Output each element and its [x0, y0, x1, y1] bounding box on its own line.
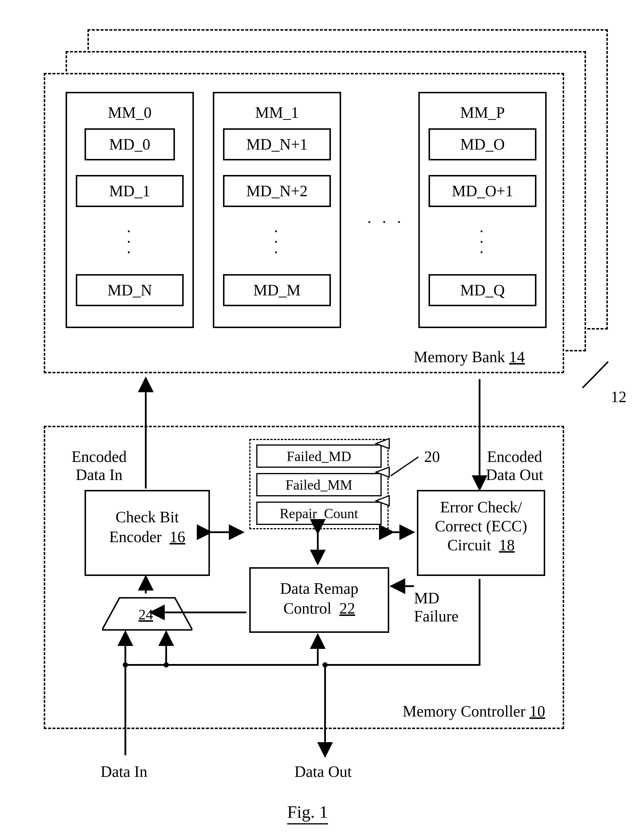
svg-point-12 [123, 662, 128, 667]
svg-point-13 [163, 662, 169, 667]
data-out-label: Data Out [294, 763, 352, 781]
figure-label: Fig. 1 [287, 802, 328, 824]
wiring [0, 0, 644, 832]
data-in-label: Data In [101, 763, 147, 781]
